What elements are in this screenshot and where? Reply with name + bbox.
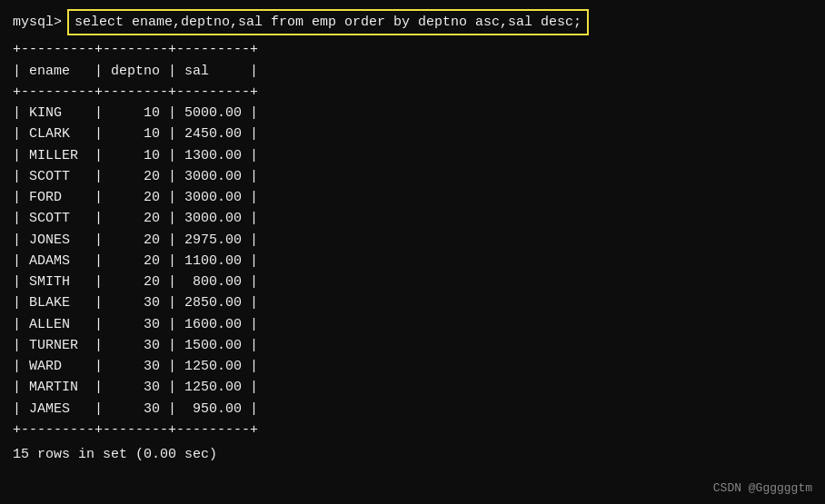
separator-bottom: +---------+--------+---------+ — [13, 420, 812, 440]
table-header: | ename | deptno | sal | — [13, 61, 812, 82]
table-row: | SMITH | 20 | 800.00 | — [13, 272, 812, 292]
table-row: | ADAMS | 20 | 1100.00 | — [13, 251, 812, 272]
prompt-text: mysql> — [13, 12, 62, 33]
table-row: | JONES | 20 | 2975.00 | — [13, 230, 812, 251]
separator-mid: +---------+--------+---------+ — [13, 82, 812, 103]
table-body: | KING | 10 | 5000.00 || CLARK | 10 | 24… — [13, 103, 812, 420]
sql-query: select ename,deptno,sal from emp order b… — [67, 9, 589, 35]
footer-text: 15 rows in set (0.00 sec) — [13, 444, 812, 465]
table-row: | TURNER | 30 | 1500.00 | — [13, 335, 812, 356]
table-row: | FORD | 20 | 3000.00 | — [13, 187, 812, 208]
table-row: | MARTIN | 30 | 1250.00 | — [13, 377, 812, 398]
watermark: CSDN @Ggggggtm — [713, 481, 812, 495]
terminal: mysql> select ename,deptno,sal from emp … — [0, 0, 825, 474]
table-row: | WARD | 30 | 1250.00 | — [13, 356, 812, 377]
table-row: | BLAKE | 30 | 2850.00 | — [13, 292, 812, 313]
separator-top: +---------+--------+---------+ — [13, 39, 812, 60]
table-row: | JAMES | 30 | 950.00 | — [13, 399, 812, 420]
prompt-line: mysql> select ename,deptno,sal from emp … — [13, 9, 812, 35]
table-row: | SCOTT | 20 | 3000.00 | — [13, 166, 812, 187]
table-row: | SCOTT | 20 | 3000.00 | — [13, 208, 812, 229]
table-row: | MILLER | 10 | 1300.00 | — [13, 145, 812, 166]
table-row: | ALLEN | 30 | 1600.00 | — [13, 314, 812, 335]
table-row: | CLARK | 10 | 2450.00 | — [13, 124, 812, 144]
table-row: | KING | 10 | 5000.00 | — [13, 103, 812, 124]
